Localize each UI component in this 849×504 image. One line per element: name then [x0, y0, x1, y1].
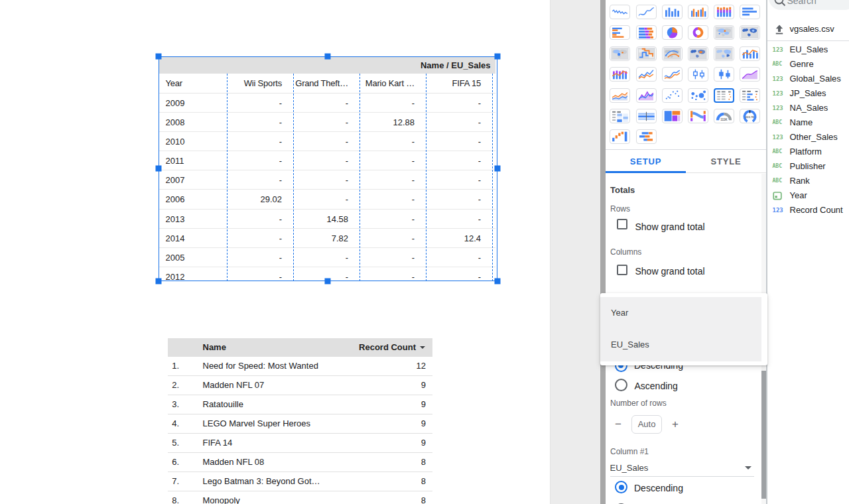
field-dropdown-items: YearEU_Sales [600, 297, 762, 361]
row-sort-ascending-radio[interactable] [615, 379, 627, 391]
chart-type-pie-chart[interactable] [662, 25, 683, 40]
chart-type-circular-gauge-chart[interactable]: 222.7K [740, 109, 760, 123]
chart-type-timeline-chart[interactable] [636, 109, 657, 123]
field-item-jp-sales[interactable]: 123 JP_Sales [767, 86, 849, 101]
tab-setup[interactable]: SETUP [606, 150, 686, 173]
pivot-column-guide[interactable] [293, 74, 294, 281]
chart-type-waterfall-chart[interactable] [610, 129, 630, 144]
chart-type-marker-map[interactable] [610, 46, 630, 61]
game-name: Lego Batman 3: Beyond Got… [179, 472, 386, 491]
field-name: Record Count [790, 203, 843, 218]
row-index: 8. [168, 491, 179, 504]
pivot-table-chart[interactable]: Name / EU_Sales YearWii SportsGrand Thef… [159, 57, 495, 281]
field-item-name[interactable]: ABC Name [767, 115, 849, 130]
column1-sort-descending-radio[interactable] [615, 481, 627, 493]
field-item-global-sales[interactable]: 123 Global_Sales [767, 72, 849, 86]
report-canvas[interactable]: Name / EU_Sales YearWii SportsGrand Thef… [0, 0, 606, 504]
columns-grand-total-checkbox[interactable] [617, 265, 627, 275]
record-table-count-header[interactable]: Record Count [359, 338, 432, 357]
field-item-eu-sales[interactable]: 123 EU_Sales [767, 42, 849, 57]
pivot-column-guide[interactable] [426, 74, 426, 281]
record-table-row: 5.FIFA 149 [168, 434, 432, 453]
rows-decrement-button[interactable]: − [615, 418, 621, 431]
chart-type-table-with-heatmap[interactable] [610, 109, 630, 123]
menu-item-eu-sales[interactable]: EU_Sales [600, 329, 762, 361]
text-type-icon: ABC [773, 149, 782, 155]
rows-grand-total-checkbox[interactable] [617, 219, 627, 229]
chart-type-sankey-chart[interactable] [688, 109, 708, 123]
chart-type-grouped-bar-chart[interactable] [610, 25, 630, 40]
field-item-platform[interactable]: ABC Platform [767, 145, 849, 159]
chart-type-scatter-chart[interactable] [662, 88, 683, 103]
boxplot-chart-icon [714, 68, 734, 81]
pivot-row-label: 2012 [159, 267, 227, 281]
record-count-table-chart[interactable]: Name Record Count 1.Need for Speed: Most… [168, 338, 432, 504]
rows-increment-button[interactable]: + [672, 418, 679, 431]
chart-type-candlestick-chart[interactable] [688, 67, 708, 82]
chart-type-donut-chart[interactable] [688, 25, 708, 40]
chart-type-gantt-chart[interactable] [636, 129, 657, 144]
data-source-name[interactable]: vgsales.csv [790, 24, 834, 34]
chart-type-treemap-chart[interactable] [662, 109, 683, 123]
pivot-cell: - [426, 210, 492, 228]
record-table-row: 3.Ratatouille9 [168, 395, 432, 414]
tab-style[interactable]: STYLE [686, 150, 766, 173]
field-name: NA_Sales [790, 101, 828, 115]
chart-type-filled-map[interactable] [688, 46, 708, 61]
pivot-cell: - [227, 94, 293, 112]
chart-type-table-with-bars[interactable] [740, 88, 760, 103]
column1-field-select[interactable]: EU_Sales [610, 463, 649, 473]
chart-type-stacked-bar-chart[interactable] [636, 25, 657, 40]
properties-scrollbar-thumb[interactable] [761, 371, 767, 499]
chart-type-line-chart[interactable] [636, 67, 657, 82]
chart-type-grouped-column-chart[interactable] [688, 5, 708, 19]
field-item-rank[interactable]: ABC Rank [767, 174, 849, 188]
chart-type-column-line-combo-chart[interactable] [740, 46, 760, 61]
pivot-cell: - [293, 248, 359, 267]
chart-type-gauge-chart[interactable]: 111K [714, 109, 734, 123]
chart-type-bubble-map[interactable] [714, 25, 734, 40]
pivot-column-guide[interactable] [227, 74, 228, 281]
pivot-column-guide[interactable] [492, 74, 493, 281]
chart-type-bar-chart[interactable] [740, 5, 760, 19]
chart-type-area-chart[interactable] [636, 88, 657, 103]
record-table-row: 1.Need for Speed: Most Wanted12 [168, 357, 432, 376]
chart-type-flight-map[interactable] [662, 46, 683, 61]
chart-type-smoothed-line-chart[interactable] [636, 5, 657, 19]
field-item-year[interactable]: Year [767, 188, 849, 203]
chart-type-choropleth-map[interactable] [714, 46, 734, 61]
chart-type-table[interactable] [714, 88, 734, 103]
chart-type-boxplot-chart[interactable] [714, 67, 734, 82]
chart-type-stacked-area-chart[interactable] [610, 88, 630, 103]
chart-type-smoothed-multi-line-chart[interactable] [662, 67, 683, 82]
choropleth-map-icon [714, 47, 734, 60]
donut-chart-icon [688, 26, 708, 39]
sankey-chart-icon [688, 109, 708, 123]
field-item-na-sales[interactable]: 123 NA_Sales [767, 101, 849, 115]
number-of-rows-value[interactable]: Auto [631, 415, 662, 434]
chart-type-smoothed-area-chart[interactable] [740, 67, 760, 82]
smoothed-multi-line-chart-icon [663, 68, 682, 81]
record-table-header: Name Record Count [168, 338, 432, 357]
row-index: 6. [168, 453, 179, 472]
chart-type-column-chart[interactable] [662, 5, 683, 19]
pivot-data-row: 2008--12.88- [159, 113, 495, 132]
field-item-other-sales[interactable]: 123 Other_Sales [767, 130, 849, 145]
chart-type-bubble-chart[interactable] [688, 88, 708, 103]
field-item-publisher[interactable]: ABC Publisher [767, 159, 849, 174]
chart-type-sparkline-chart[interactable] [610, 5, 630, 19]
chart-type-geo-chart[interactable] [740, 25, 760, 40]
chart-type-stacked-column-chart[interactable] [714, 5, 734, 19]
field-item-genre[interactable]: ABC Genre [767, 57, 849, 72]
dropdown-caret-icon[interactable] [745, 466, 751, 470]
menu-item-year[interactable]: Year [600, 297, 762, 329]
pivot-column-guide[interactable] [359, 74, 360, 281]
pivot-cell: - [227, 229, 293, 247]
filled-map-icon [688, 47, 708, 60]
row-sort-ascending-label: Ascending [635, 381, 678, 391]
chart-type-route-map[interactable] [636, 46, 657, 61]
record-table-name-header[interactable]: Name [168, 338, 359, 357]
chart-type-stacked-combo-chart[interactable] [610, 67, 630, 82]
canvas-scrollbar[interactable] [600, 0, 606, 504]
field-item-record-count[interactable]: 123 Record Count [767, 203, 849, 218]
